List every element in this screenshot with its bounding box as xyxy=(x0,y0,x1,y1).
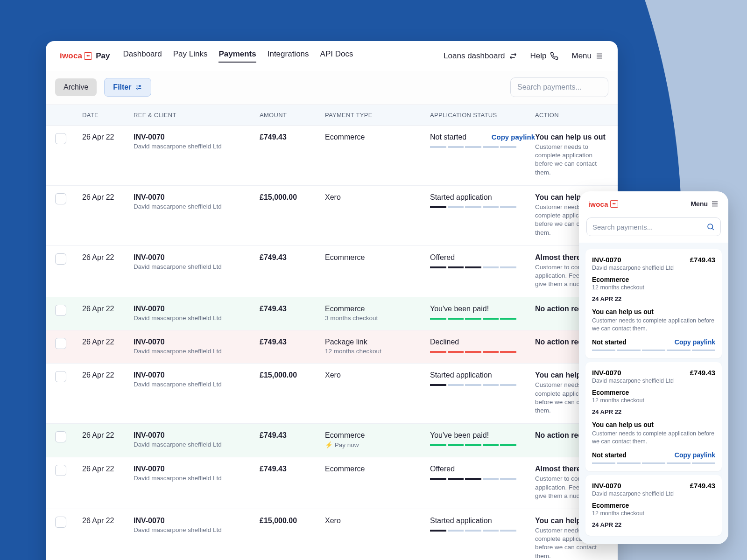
row-date: 26 Apr 22 xyxy=(82,431,134,440)
row-ref: INV-0070 xyxy=(134,133,260,141)
row-checkbox[interactable] xyxy=(55,465,66,476)
row-amount: £749.43 xyxy=(260,338,325,346)
row-amount: £15,000.00 xyxy=(260,371,325,379)
row-client: David mascarpone sheffield Ltd xyxy=(134,381,260,388)
row-checkbox[interactable] xyxy=(55,133,66,144)
col-date: DATE xyxy=(82,112,134,119)
m-copy-paylink[interactable]: Copy paylink xyxy=(675,451,715,459)
m-action-title: You can help us out xyxy=(592,308,715,315)
row-amount: £749.43 xyxy=(260,465,325,473)
row-checkbox[interactable] xyxy=(55,338,66,349)
row-date: 26 Apr 22 xyxy=(82,133,134,141)
m-client: David mascarpone sheffield Ltd xyxy=(592,265,674,271)
table-row: 26 Apr 22INV-0070David mascarpone sheffi… xyxy=(46,126,618,186)
m-action-sub: Customer needs to complete application b… xyxy=(592,317,715,333)
m-copy-paylink[interactable]: Copy paylink xyxy=(675,338,715,346)
row-status: You've been paid! xyxy=(430,305,489,313)
row-ptype: Ecommerce xyxy=(325,431,430,440)
row-progress xyxy=(430,384,516,386)
row-status: Offered xyxy=(430,465,455,473)
row-status: Started application xyxy=(430,517,492,525)
row-checkbox[interactable] xyxy=(55,193,66,204)
toolbar: Archive Filter xyxy=(46,71,618,105)
svg-point-1 xyxy=(137,88,138,89)
m-amount: £749.43 xyxy=(690,369,715,377)
row-status: Started application xyxy=(430,371,492,379)
m-ptype: Ecommerce xyxy=(592,502,715,509)
search-input[interactable] xyxy=(517,83,611,91)
col-ref: REF & CLIENT xyxy=(134,112,260,119)
row-ptype: Ecommerce xyxy=(325,253,430,262)
row-checkbox[interactable] xyxy=(55,371,66,382)
loans-dashboard-label: Loans dashboard xyxy=(444,51,505,61)
row-ref: INV-0070 xyxy=(134,338,260,346)
row-client: David mascarpone sheffield Ltd xyxy=(134,315,260,322)
phone-icon xyxy=(550,52,558,60)
row-date: 26 Apr 22 xyxy=(82,371,134,379)
row-ref: INV-0070 xyxy=(134,517,260,525)
mobile-card[interactable]: INV-0070David mascarpone sheffield Ltd£7… xyxy=(585,475,722,536)
mobile-payments-list: INV-0070David mascarpone sheffield Ltd£7… xyxy=(579,243,728,544)
mobile-menu-button[interactable]: Menu xyxy=(691,200,719,208)
row-ptype-sub: ⚡ Pay now xyxy=(325,441,430,448)
mobile-card[interactable]: INV-0070David mascarpone sheffield Ltd£7… xyxy=(585,249,722,358)
row-ref: INV-0070 xyxy=(134,305,260,313)
row-ptype: Xero xyxy=(325,371,430,379)
mobile-card[interactable]: INV-0070David mascarpone sheffield Ltd£7… xyxy=(585,362,722,471)
mobile-search-box[interactable] xyxy=(586,217,721,236)
table-row: 26 Apr 22INV-0070David mascarpone sheffi… xyxy=(46,186,618,246)
row-client: David mascarpone sheffield Ltd xyxy=(134,475,260,482)
hamburger-icon xyxy=(711,200,719,208)
archive-button[interactable]: Archive xyxy=(55,78,97,96)
payments-table: DATE REF & CLIENT AMOUNT PAYMENT TYPE AP… xyxy=(46,105,618,560)
row-ref: INV-0070 xyxy=(134,253,260,262)
m-ptype: Ecommerce xyxy=(592,276,715,283)
row-client: David mascarpone sheffield Ltd xyxy=(134,348,260,355)
topbar-right: Loans dashboard Help Menu xyxy=(444,51,604,61)
row-progress xyxy=(430,206,516,208)
row-progress xyxy=(430,478,516,480)
row-ref: INV-0070 xyxy=(134,465,260,473)
nav-payments[interactable]: Payments xyxy=(218,49,256,63)
row-progress xyxy=(430,444,516,446)
nav-pay-links[interactable]: Pay Links xyxy=(173,49,208,63)
copy-paylink-button[interactable]: Copy paylink xyxy=(492,133,535,141)
logo-iwoca: iwoca xyxy=(60,51,82,61)
table-row: 26 Apr 22INV-0070David mascarpone sheffi… xyxy=(46,364,618,424)
row-amount: £15,000.00 xyxy=(260,193,325,202)
nav-dashboard[interactable]: Dashboard xyxy=(123,49,162,63)
logo-box-icon: •• xyxy=(84,52,92,60)
row-date: 26 Apr 22 xyxy=(82,465,134,473)
row-status: You've been paid! xyxy=(430,431,489,440)
row-progress xyxy=(430,266,516,268)
mobile-search-input[interactable] xyxy=(592,223,706,231)
loans-dashboard-link[interactable]: Loans dashboard xyxy=(444,51,517,61)
row-checkbox[interactable] xyxy=(55,253,66,265)
svg-point-0 xyxy=(140,85,141,87)
help-link[interactable]: Help xyxy=(530,51,559,61)
filter-button[interactable]: Filter xyxy=(104,78,151,97)
row-progress xyxy=(430,530,516,532)
table-row: 26 Apr 22INV-0070David mascarpone sheffi… xyxy=(46,297,618,330)
row-ptype: Ecommerce xyxy=(325,465,430,473)
row-checkbox[interactable] xyxy=(55,517,66,528)
nav-integrations[interactable]: Integrations xyxy=(268,49,309,63)
nav-api-docs[interactable]: API Docs xyxy=(320,49,353,63)
row-checkbox[interactable] xyxy=(55,305,66,316)
col-ptype: PAYMENT TYPE xyxy=(325,112,430,119)
row-checkbox[interactable] xyxy=(55,431,66,442)
row-ptype-sub: 3 months checkout xyxy=(325,315,430,322)
row-ptype-sub: 12 months checkout xyxy=(325,348,430,355)
m-status: Not started xyxy=(592,338,627,346)
menu-button[interactable]: Menu xyxy=(571,51,604,61)
row-action-title: You can help us out xyxy=(535,133,608,141)
table-row: 26 Apr 22INV-0070David mascarpone sheffi… xyxy=(46,509,618,560)
logo-pay: Pay xyxy=(96,51,110,61)
mobile-menu-label: Menu xyxy=(691,200,708,208)
search-box[interactable] xyxy=(510,77,608,97)
row-ptype: Package link xyxy=(325,338,430,346)
m-status: Not started xyxy=(592,451,627,459)
swap-icon xyxy=(509,52,517,60)
m-action-sub: Customer needs to complete application b… xyxy=(592,430,715,446)
m-ref: INV-0070 xyxy=(592,482,674,490)
